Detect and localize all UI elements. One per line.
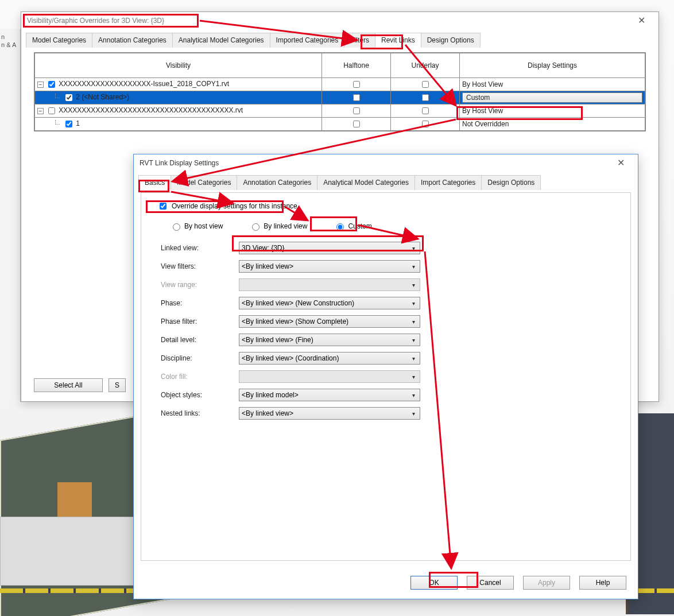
dropdown-value: <By linked view> (Coordination) — [242, 354, 339, 362]
link-tabstrip: BasicsModel CategoriesAnnotation Categor… — [134, 172, 638, 190]
dialog2-title: RVT Link Display Settings — [140, 154, 219, 172]
field-label: Discipline: — [153, 354, 239, 362]
radio-custom[interactable]: Custom — [334, 222, 371, 231]
col-underlay: Underlay — [391, 53, 460, 78]
field-detail-level: Detail level:<By linked view> (Fine)▾ — [153, 331, 619, 349]
close-icon[interactable]: ✕ — [630, 12, 653, 29]
phase-filter-dropdown[interactable]: <By linked view> (Show Complete)▾ — [239, 315, 420, 328]
tab-annotation-categories[interactable]: Annotation Categories — [92, 33, 173, 48]
table-row[interactable]: 2 (<Not Shared>)Custom — [35, 91, 645, 104]
phase-dropdown[interactable]: <By linked view> (New Construction)▾ — [239, 297, 420, 309]
tab-design-options[interactable]: Design Options — [481, 175, 541, 190]
display-settings-value: By Host View — [462, 107, 503, 115]
vg-tabstrip: Model CategoriesAnnotation CategoriesAna… — [21, 29, 658, 48]
linked-view-dropdown[interactable]: 3D View: {3D}▾ — [239, 242, 420, 254]
ok-button[interactable]: OK — [410, 576, 458, 590]
tab-model-categories[interactable]: Model Categories — [26, 33, 92, 48]
field-label: View filters: — [153, 262, 239, 270]
view-range-dropdown: ▾ — [239, 278, 420, 291]
ribbon-fragment: n n & A — [0, 29, 21, 402]
cancel-button[interactable]: Cancel — [467, 576, 514, 590]
link-name: 1 — [76, 119, 80, 127]
display-settings-value: Not Overridden — [462, 120, 509, 128]
field-label: View range: — [153, 281, 239, 289]
override-label: Override display settings for this insta… — [172, 202, 297, 210]
visibility-checkbox[interactable] — [48, 81, 55, 88]
tab-import-categories[interactable]: Import Categories — [415, 175, 482, 190]
display-settings-button[interactable]: Custom — [462, 92, 642, 103]
half-checkbox[interactable] — [353, 94, 360, 101]
chevron-down-icon: ▾ — [412, 374, 417, 380]
dropdown-value: <By linked view> (Fine) — [242, 336, 313, 344]
chevron-down-icon: ▾ — [412, 392, 417, 398]
dropdown-value: <By linked view> (New Construction) — [242, 299, 354, 307]
field-label: Phase filter: — [153, 317, 239, 326]
object-styles-dropdown[interactable]: <By linked model>▾ — [239, 389, 420, 401]
dropdown-value: <By linked view> — [242, 409, 293, 417]
tab-analytical-model-categories[interactable]: Analytical Model Categories — [172, 33, 270, 48]
radio-by-linked-view[interactable]: By linked view — [249, 222, 307, 231]
view-filters-dropdown[interactable]: <By linked view>▾ — [239, 260, 420, 273]
col-halftone: Halftone — [322, 53, 391, 78]
table-row[interactable]: 1Not Overridden — [35, 118, 645, 131]
rvt-link-display-settings-dialog: RVT Link Display Settings ✕ BasicsModel … — [133, 154, 638, 599]
field-label: Phase: — [153, 299, 239, 307]
dialog2-titlebar: RVT Link Display Settings ✕ — [134, 154, 638, 172]
field-label: Color fill: — [153, 373, 239, 381]
chevron-down-icon: ▾ — [412, 264, 417, 270]
revit-links-table: Visibility Halftone Underlay Display Set… — [34, 53, 645, 131]
tab-analytical-model-categories[interactable]: Analytical Model Categories — [317, 175, 415, 190]
expand-toggle-icon[interactable]: − — [37, 108, 44, 114]
close-icon[interactable]: ✕ — [609, 154, 632, 172]
table-row[interactable]: − XXXXXXXXXXXXXXXXXXXXXXXXXXXXXXXXXXXXXX… — [35, 104, 645, 118]
dropdown-value: <By linked view> (Show Complete) — [242, 317, 348, 326]
half-checkbox[interactable] — [353, 107, 360, 114]
tab-filters[interactable]: Filters — [344, 33, 375, 48]
chevron-down-icon: ▾ — [412, 245, 417, 251]
visibility-checkbox[interactable] — [65, 121, 72, 127]
field-label: Detail level: — [153, 336, 239, 344]
field-object-styles: Object styles:<By linked model>▾ — [153, 386, 619, 404]
override-checkbox[interactable] — [160, 203, 166, 210]
half-checkbox[interactable] — [353, 121, 360, 127]
under-checkbox[interactable] — [422, 121, 429, 127]
chevron-down-icon: ▾ — [412, 410, 417, 417]
visibility-checkbox[interactable] — [48, 107, 55, 114]
under-checkbox[interactable] — [422, 107, 429, 114]
tab-model-categories[interactable]: Model Categories — [171, 175, 237, 190]
dropdown-value: <By linked view> — [242, 262, 293, 270]
chevron-down-icon: ▾ — [412, 282, 417, 288]
link-basics-panel: Override display settings for this insta… — [141, 192, 631, 561]
apply-button[interactable]: Apply — [523, 576, 570, 590]
tab-annotation-categories[interactable]: Annotation Categories — [237, 175, 317, 190]
vg-table-wrapper: Visibility Halftone Underlay Display Set… — [34, 52, 646, 131]
link-name: 2 (<Not Shared>) — [76, 93, 129, 101]
field-view-filters: View filters:<By linked view>▾ — [153, 257, 619, 276]
chevron-down-icon: ▾ — [412, 337, 417, 343]
visibility-checkbox[interactable] — [65, 94, 72, 101]
tab-basics[interactable]: Basics — [138, 175, 171, 190]
radio-by-host-view[interactable]: By host view — [170, 222, 223, 231]
under-checkbox[interactable] — [422, 94, 429, 101]
field-discipline: Discipline:<By linked view> (Coordinatio… — [153, 349, 619, 367]
link-name: XXXXXXXXXXXXXXXXXXXX-Issue1_2018_COPY1.r… — [59, 80, 229, 88]
override-checkbox-row[interactable]: Override display settings for this insta… — [157, 201, 619, 211]
nested-links-dropdown[interactable]: <By linked view>▾ — [239, 407, 420, 420]
select-none-button-partial[interactable]: S — [109, 378, 126, 392]
tab-design-options[interactable]: Design Options — [421, 33, 481, 48]
table-row[interactable]: − XXXXXXXXXXXXXXXXXXXX-Issue1_2018_COPY1… — [35, 78, 645, 91]
tab-revit-links[interactable]: Revit Links — [375, 33, 421, 48]
help-button[interactable]: Help — [579, 576, 626, 590]
under-checkbox[interactable] — [422, 81, 429, 88]
dialog-titlebar: Visibility/Graphic Overrides for 3D View… — [21, 12, 658, 29]
detail-level-dropdown[interactable]: <By linked view> (Fine)▾ — [239, 334, 420, 346]
half-checkbox[interactable] — [353, 81, 360, 88]
field-nested-links: Nested links:<By linked view>▾ — [153, 404, 619, 423]
field-label: Linked view: — [153, 244, 239, 252]
expand-toggle-icon[interactable]: − — [37, 82, 44, 88]
dropdown-value: <By linked model> — [242, 391, 299, 399]
tab-imported-categories[interactable]: Imported Categories — [270, 33, 345, 48]
select-all-button[interactable]: Select All — [34, 378, 103, 392]
discipline-dropdown[interactable]: <By linked view> (Coordination)▾ — [239, 352, 420, 365]
chevron-down-icon: ▾ — [412, 319, 417, 325]
